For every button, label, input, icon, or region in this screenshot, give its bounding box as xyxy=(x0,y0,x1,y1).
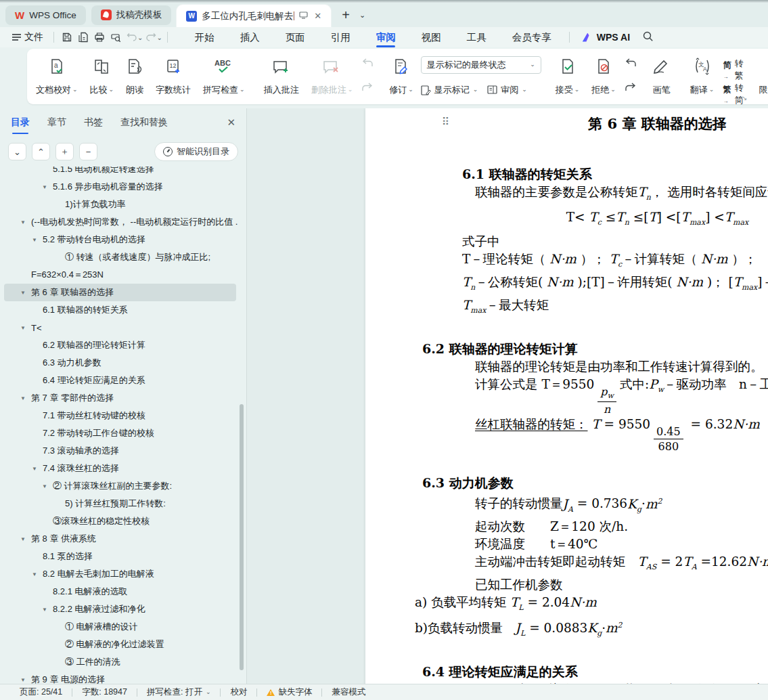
sidebar-close-icon[interactable]: ✕ xyxy=(227,116,235,129)
toc-item[interactable]: ▼5.1.6 异步电动机容量的选择 xyxy=(4,178,238,196)
smart-toc-button[interactable]: 智能识别目录 xyxy=(154,142,238,161)
toc-item[interactable]: ▼第 9 章 电源的选择 xyxy=(4,671,238,684)
toc-item[interactable]: 6.2 联轴器的理论转矩计算 xyxy=(4,336,238,354)
collapse-triangle-icon[interactable]: ▼ xyxy=(20,219,26,225)
print-icon[interactable] xyxy=(91,30,108,45)
collapse-triangle-icon[interactable]: ▼ xyxy=(20,677,26,683)
toc-item[interactable]: 6.4 理论转矩应满足的关系 xyxy=(4,372,238,389)
review-pane-button[interactable]: 审阅⌄ xyxy=(487,84,527,96)
promote-button[interactable]: ＋ xyxy=(55,143,74,160)
toc-item[interactable]: F=632×0.4＝253N xyxy=(4,266,238,284)
menu-item-8[interactable]: 会员专享 xyxy=(499,27,564,47)
reject-button[interactable]: 拒绝⌄ xyxy=(585,53,622,100)
collapse-triangle-icon[interactable]: ▼ xyxy=(32,466,37,472)
collapse-triangle-icon[interactable]: ▼ xyxy=(42,607,47,613)
quickbar-more-chevron-icon[interactable]: ⌄ xyxy=(156,34,162,41)
menu-item-6[interactable]: 视图 xyxy=(409,27,454,47)
close-tab-icon[interactable]: ✕ xyxy=(314,11,321,21)
sidebar-tab-2[interactable]: 章节 xyxy=(47,114,66,131)
previous-revision-icon[interactable] xyxy=(625,58,637,70)
spell-check-button[interactable]: ABC 拼写检查⌄ xyxy=(197,53,251,100)
toc-item[interactable]: ▼第 7 章 零部件的选择 xyxy=(4,389,238,407)
toc-item[interactable]: ② 电解液的净化过滤装置 xyxy=(4,636,238,653)
collapse-triangle-icon[interactable]: ▼ xyxy=(20,536,26,542)
compare-button[interactable]: 比较⌄ xyxy=(84,53,120,100)
document-tab-active[interactable]: W 多工位内孔毛刺电解去除机床椎 ✕ xyxy=(177,5,331,28)
toc-item[interactable]: 7.1 带动丝杠转动键的校核 xyxy=(4,407,238,424)
toc-item[interactable]: ③滚珠丝杠的稳定性校核 xyxy=(4,512,238,530)
proofing-status[interactable]: 校对 xyxy=(221,686,256,698)
menu-item-7[interactable]: 工具 xyxy=(454,27,499,47)
expand-all-button[interactable]: ⌄ xyxy=(8,143,26,160)
menu-item-5[interactable]: 审阅 xyxy=(363,27,409,47)
menu-item-2[interactable]: 插入 xyxy=(227,27,273,47)
collapse-triangle-icon[interactable]: ▼ xyxy=(32,571,37,577)
toc-item[interactable]: 8.2.1 电解液的选取 xyxy=(4,583,238,600)
dialog-launcher-icon[interactable]: ↘ xyxy=(742,95,748,102)
toc-item[interactable]: ③ 工件的清洗 xyxy=(4,653,238,671)
toc-item[interactable]: ▼5.2 带动转台电动机的选择 xyxy=(4,231,238,248)
sidebar-tab-3[interactable]: 书签 xyxy=(84,114,103,131)
toc-item[interactable]: 7.3 滚动轴承的选择 xyxy=(4,442,238,460)
collapse-triangle-icon[interactable]: ▼ xyxy=(42,184,47,190)
pen-button[interactable]: 画笔 xyxy=(646,53,677,100)
next-comment-icon[interactable] xyxy=(361,82,374,95)
sidebar-tab-1[interactable]: 目录 xyxy=(11,114,30,131)
track-changes-button[interactable]: 修订⌄ xyxy=(383,53,420,100)
delete-comment-button[interactable]: 删除批注⌄ xyxy=(305,53,359,100)
page-indicator[interactable]: 页面: 25/41 xyxy=(10,686,72,698)
wps-ai-button[interactable]: WPS AI xyxy=(583,32,630,43)
doc-proofing-button[interactable]: a 文档校对⌄ xyxy=(30,53,84,100)
toc-item[interactable]: 1)计算负载功率 xyxy=(4,196,238,213)
menu-item-1[interactable]: 开始 xyxy=(182,27,227,47)
toc-item[interactable]: 6.1 联轴器的转矩关系 xyxy=(4,301,238,319)
menu-item-3[interactable]: 页面 xyxy=(273,27,318,47)
toc-item[interactable]: ▼(--电动机发热时间常数， --电动机额定运行时的比值 ... xyxy=(4,213,238,231)
menu-item-4[interactable]: 引用 xyxy=(318,27,363,47)
wps-office-tab[interactable]: W WPS Office xyxy=(5,5,86,25)
word-count-indicator[interactable]: 字数: 18947 xyxy=(72,686,137,698)
restrict-editing-button[interactable]: 限制编辑 xyxy=(752,53,768,100)
toc-item[interactable]: 5) 计算丝杠预期工作转数: xyxy=(4,495,238,512)
simplified-to-traditional-button[interactable]: 简→ 转繁 xyxy=(723,58,743,82)
show-markup-button[interactable]: 显示标记⌄ xyxy=(421,84,478,96)
collapse-triangle-icon[interactable]: ▼ xyxy=(42,483,47,489)
toc-item[interactable]: ▼8.2 电解去毛刺加工的电解液 xyxy=(4,565,238,583)
toc-item-selected[interactable]: ▼第 6 章 联轴器的选择 xyxy=(4,284,236,301)
collapse-triangle-icon[interactable]: ▼ xyxy=(20,395,26,401)
insert-comment-button[interactable]: 插入批注 xyxy=(258,53,305,100)
new-tab-button[interactable]: + xyxy=(336,8,355,22)
file-menu-button[interactable]: 文件 xyxy=(7,31,49,43)
previous-comment-icon[interactable] xyxy=(361,58,374,70)
traditional-to-simplified-button[interactable]: 繁→ 转简 xyxy=(723,82,743,104)
read-aloud-button[interactable]: 朗读 xyxy=(120,53,150,100)
markup-state-select[interactable]: 显示标记的最终状态 ⌄ xyxy=(421,56,541,74)
toc-item[interactable]: ▼7.4 滚珠丝杠的选择 xyxy=(4,460,238,477)
toc-item[interactable]: ▼第 8 章 供液系统 xyxy=(4,530,238,548)
toc-item[interactable]: ▼T< xyxy=(4,319,238,336)
toc-item[interactable]: ▼② 计算滚珠丝杠副的主要参数: xyxy=(4,477,238,495)
missing-font-warning[interactable]: 缺失字体 xyxy=(257,686,321,698)
word-count-button[interactable]: 12 字数统计 xyxy=(150,53,197,100)
collapse-triangle-icon[interactable]: ▼ xyxy=(20,290,26,296)
toc-item[interactable]: 6.3 动力机参数 xyxy=(4,354,238,372)
collapse-triangle-icon[interactable]: ▼ xyxy=(32,237,37,243)
tab-list-chevron-icon[interactable]: ⌄ xyxy=(355,11,369,20)
collapse-all-button[interactable]: ⌃ xyxy=(32,143,50,160)
spellcheck-status[interactable]: 拼写检查: 打开⌄ xyxy=(137,686,221,698)
undo-chevron-icon[interactable]: ⌄ xyxy=(137,34,143,41)
toc-item[interactable]: 7.2 带动转动工作台键的校核 xyxy=(4,424,238,442)
screen-share-icon[interactable] xyxy=(299,12,308,21)
sidebar-scrollbar-thumb[interactable] xyxy=(240,404,244,670)
collapse-triangle-icon[interactable]: ▼ xyxy=(20,325,26,331)
toc-item[interactable]: ① 转速（或者线速度）与脉冲成正比; xyxy=(4,248,238,266)
document-page[interactable]: ⠿ 第 6 章 联轴器的选择6.1 联轴器的转矩关系联轴器的主要参数是公称转矩T… xyxy=(365,108,768,684)
accept-button[interactable]: 接受⌄ xyxy=(549,53,586,100)
export-pdf-icon[interactable] xyxy=(75,30,91,45)
next-revision-icon[interactable] xyxy=(625,82,637,95)
toc-item[interactable]: ① 电解液槽的设计 xyxy=(4,618,238,636)
toc-item[interactable]: 8.1 泵的选择 xyxy=(4,548,238,565)
demote-button[interactable]: − xyxy=(79,143,97,160)
print-preview-icon[interactable] xyxy=(108,30,124,45)
paragraph-drag-handle-icon[interactable]: ⠿ xyxy=(442,116,450,128)
